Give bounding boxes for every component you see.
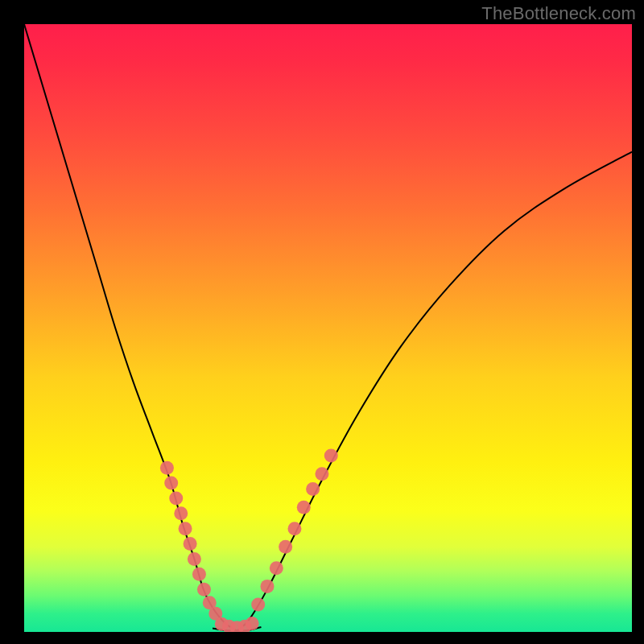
bottleneck-curve-right-curve xyxy=(237,152,632,631)
data-dot-right xyxy=(270,561,283,575)
data-dot-right xyxy=(287,522,301,535)
watermark-text: TheBottleneck.com xyxy=(481,3,636,24)
chart-frame: TheBottleneck.com xyxy=(0,0,644,644)
data-dot-left xyxy=(160,461,174,475)
data-dot-left xyxy=(174,506,188,520)
data-dot-right xyxy=(306,482,320,496)
data-dot-right xyxy=(279,540,292,554)
data-dot-left xyxy=(179,522,192,535)
curve-layer xyxy=(24,24,632,632)
data-dot-left xyxy=(164,477,178,490)
data-dot-right xyxy=(324,449,338,463)
data-dot-right xyxy=(261,580,275,593)
plot-area xyxy=(24,24,632,632)
data-dot-right xyxy=(251,598,265,612)
bottleneck-curve-left-curve xyxy=(24,24,237,630)
data-dot-left xyxy=(188,552,201,566)
data-dot-right xyxy=(297,501,311,514)
data-dot-left xyxy=(169,491,183,505)
data-dot-left xyxy=(184,537,197,551)
data-dot-valley xyxy=(246,617,259,630)
data-dot-left xyxy=(197,583,211,597)
data-dot-left xyxy=(192,568,206,581)
data-dot-right xyxy=(315,467,328,481)
